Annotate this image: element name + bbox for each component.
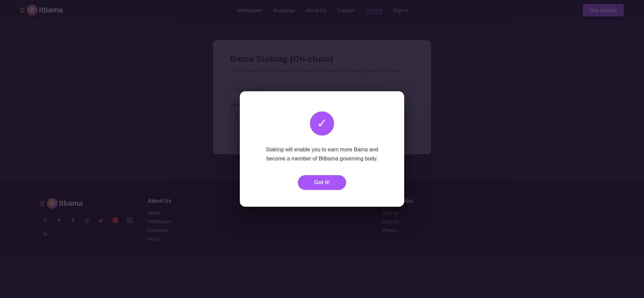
checkmark-icon: ✓ xyxy=(317,117,327,130)
info-modal: ✓ Staking will enable you to earn more B… xyxy=(240,91,404,207)
modal-backdrop: ✓ Staking will enable you to earn more B… xyxy=(0,0,644,298)
modal-body-text: Staking will enable you to earn more Bam… xyxy=(265,145,379,163)
modal-success-icon: ✓ xyxy=(310,111,334,136)
got-it-button[interactable]: Got it! xyxy=(298,175,346,190)
